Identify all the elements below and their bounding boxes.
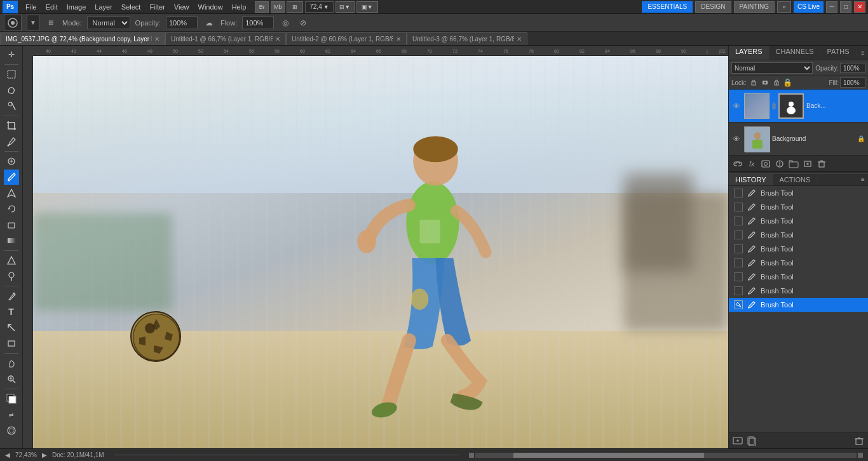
bridge-btn[interactable]: Br: [255, 1, 269, 13]
fill-input[interactable]: 100%: [840, 77, 865, 88]
lock-transparent-btn[interactable]: [749, 78, 758, 87]
history-item-1[interactable]: Brush Tool: [729, 200, 868, 214]
status-left-arrow[interactable]: ◀: [5, 451, 10, 458]
cs-live-btn[interactable]: CS Live: [794, 1, 824, 13]
history-brush-tool[interactable]: [4, 201, 19, 217]
layer-vis-0[interactable]: 👁: [731, 101, 742, 111]
status-doc-info[interactable]: Doc: 20,1M/41,1M: [52, 451, 104, 458]
brush-preset-picker[interactable]: [4, 15, 22, 31]
layers-tab[interactable]: LAYERS: [729, 46, 770, 60]
brush-tool[interactable]: [4, 170, 19, 185]
layer-fx-btn[interactable]: fx: [745, 158, 758, 170]
quick-mask-btn[interactable]: [4, 423, 19, 438]
stamp-tool[interactable]: [4, 185, 19, 201]
arrange-btn[interactable]: ⊞: [287, 1, 303, 13]
canvas-content[interactable]: [33, 56, 728, 448]
history-new-snapshot-btn[interactable]: [731, 435, 744, 446]
layer-delete-btn[interactable]: [815, 158, 828, 170]
workspace-painting[interactable]: PAINTING: [734, 1, 775, 13]
lasso-tool[interactable]: [4, 83, 19, 98]
layer-vis-1[interactable]: 👁: [731, 134, 742, 144]
path-selection-tool[interactable]: [4, 320, 19, 335]
eyedropper-tool[interactable]: [4, 134, 19, 149]
menu-help[interactable]: Help: [228, 2, 250, 12]
layer-new-btn[interactable]: [801, 158, 814, 170]
paths-tab[interactable]: PATHS: [821, 46, 857, 60]
channels-tab[interactable]: CHANNELS: [770, 46, 821, 60]
close-tab-0[interactable]: ✕: [154, 36, 159, 43]
pen-tool[interactable]: [4, 288, 19, 304]
opacity-value[interactable]: 100%: [166, 17, 198, 29]
healing-tool[interactable]: [4, 154, 19, 169]
history-tab[interactable]: HISTORY: [729, 174, 773, 185]
history-item-7[interactable]: Brush Tool: [729, 284, 868, 298]
horizontal-scrollbar[interactable]: [475, 453, 857, 458]
doc-tab-2[interactable]: Untitled-2 @ 60,6% (Layer 1, RGB/8) ✕: [286, 32, 407, 45]
workspace-design[interactable]: DESIGN: [695, 1, 731, 13]
zoom-tool[interactable]: [4, 371, 19, 387]
close-tab-3[interactable]: ✕: [517, 36, 522, 43]
history-item-4[interactable]: Brush Tool: [729, 242, 868, 256]
layer-item-0[interactable]: 👁 Back...: [729, 90, 868, 123]
doc-tab-1[interactable]: Untitled-1 @ 66,7% (Layer 1, RGB/8) ✕: [165, 32, 286, 45]
layer-adjustment-btn[interactable]: [773, 158, 786, 170]
menu-image[interactable]: Image: [63, 2, 90, 12]
maximize-btn[interactable]: □: [840, 1, 851, 13]
blur-tool[interactable]: [4, 253, 19, 268]
tablet-pressure-btn[interactable]: ◎: [279, 17, 292, 29]
history-item-0[interactable]: Brush Tool: [729, 186, 868, 200]
opacity-input[interactable]: 100%: [840, 63, 865, 73]
screen-mode-btn[interactable]: ⊟▼: [336, 1, 355, 13]
history-item-5[interactable]: Brush Tool: [729, 256, 868, 270]
layer-blend-mode[interactable]: Normal Multiply: [731, 62, 813, 74]
smoothing-btn[interactable]: ⊘: [297, 17, 309, 29]
menu-layer[interactable]: Layer: [91, 2, 116, 12]
menu-file[interactable]: File: [22, 2, 41, 12]
minimize-btn[interactable]: ─: [826, 1, 837, 13]
hand-tool[interactable]: [4, 356, 19, 371]
shape-tool[interactable]: [4, 336, 19, 351]
brush-toggle-btn[interactable]: ⊞: [44, 17, 57, 29]
more-workspaces-btn[interactable]: »: [777, 1, 791, 13]
mini-bridge-btn[interactable]: Mb: [271, 1, 285, 13]
flow-value[interactable]: 100%: [242, 17, 274, 29]
brush-settings-btn[interactable]: ▼: [27, 15, 39, 31]
actions-tab[interactable]: ACTIONS: [773, 174, 818, 185]
doc-tab-0[interactable]: IMG_0537.JPG @ 72,4% (Background copy, L…: [0, 32, 165, 45]
lock-all-btn[interactable]: 🔒: [783, 78, 792, 87]
history-item-3[interactable]: Brush Tool: [729, 228, 868, 242]
scroll-right[interactable]: [858, 453, 863, 458]
menu-edit[interactable]: Edit: [42, 2, 62, 12]
mode-select[interactable]: Normal Multiply Screen: [87, 17, 130, 29]
foreground-color-swatch[interactable]: [4, 391, 19, 406]
menu-select[interactable]: Select: [118, 2, 145, 12]
close-btn[interactable]: ✕: [854, 1, 865, 13]
layer-item-1[interactable]: 👁 Background 🔒: [729, 123, 868, 156]
history-collapse-btn[interactable]: ≡: [858, 174, 868, 184]
move-tool[interactable]: ✛: [4, 47, 19, 62]
airbrush-toggle[interactable]: ☁: [203, 17, 215, 29]
close-tab-2[interactable]: ✕: [396, 36, 401, 43]
lock-position-btn[interactable]: [772, 78, 781, 87]
layer-mask-btn[interactable]: [759, 158, 772, 170]
history-delete-btn[interactable]: [853, 435, 865, 446]
history-item-6[interactable]: Brush Tool: [729, 270, 868, 284]
workspace-essentials[interactable]: ESSENTIALS: [642, 1, 693, 13]
layer-link-btn[interactable]: [731, 158, 744, 170]
type-tool[interactable]: T: [4, 304, 19, 319]
history-item-2[interactable]: Brush Tool: [729, 214, 868, 228]
close-tab-1[interactable]: ✕: [275, 36, 280, 43]
layer-group-btn[interactable]: [787, 158, 800, 170]
menu-filter[interactable]: Filter: [146, 2, 168, 12]
crop-tool[interactable]: [4, 118, 19, 133]
status-right-arrow[interactable]: ▶: [42, 451, 47, 458]
history-item-8[interactable]: Brush Tool: [729, 298, 868, 312]
dodge-tool[interactable]: [4, 269, 19, 284]
eraser-tool[interactable]: [4, 217, 19, 232]
menu-window[interactable]: Window: [194, 2, 227, 12]
doc-tab-3[interactable]: Untitled-3 @ 66,7% (Layer 1, RGB/8) ✕: [407, 32, 527, 45]
menu-view[interactable]: View: [170, 2, 193, 12]
scroll-left[interactable]: [469, 453, 474, 458]
panel-menu-btn[interactable]: ≡: [858, 46, 868, 60]
swap-colors-btn[interactable]: ⇄: [4, 407, 19, 422]
